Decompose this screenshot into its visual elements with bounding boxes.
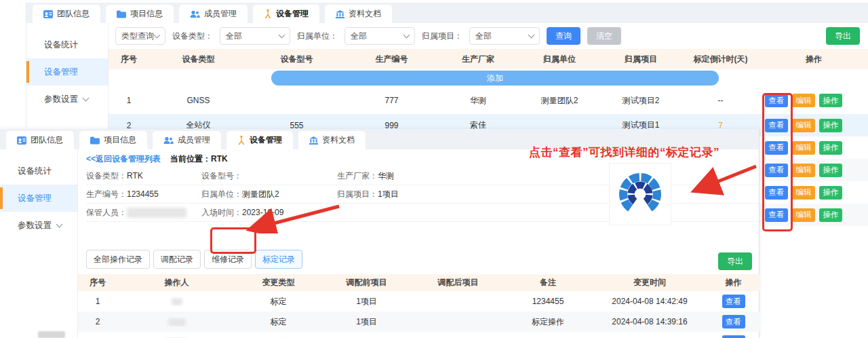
col-header: 备注: [504, 277, 592, 288]
docs-building-icon: [309, 136, 318, 145]
annotation-arrow-right: [685, 162, 763, 195]
edit-button[interactable]: 编辑: [792, 119, 815, 132]
cell-countdown: --: [682, 96, 760, 105]
record-row: 1 标定 1项目 1234455 2024-04-08 14:42:49 查看: [78, 291, 760, 312]
record-row: 3 标定 测试项目1 2024-03-29 17:45:03 查看: [78, 332, 760, 338]
col-header: 归属单位: [519, 54, 600, 65]
tab-project-info[interactable]: 项目信息: [105, 4, 174, 23]
operate-button[interactable]: 操作: [819, 94, 842, 107]
field-owner-unit: 归属单位：测量团队2: [201, 189, 337, 200]
cell-no: 1: [108, 96, 149, 105]
view-record-button[interactable]: 查看: [722, 335, 745, 338]
sidebar-item-device-stats[interactable]: 设备统计: [26, 31, 108, 58]
record-tabs: 全部操作记录 调配记录 维修记录 标定记录: [86, 250, 302, 269]
team-card-icon: [43, 10, 53, 18]
sidebar-item-device-management[interactable]: 设备管理: [0, 185, 77, 212]
tab-project-info[interactable]: 项目信息: [79, 130, 148, 149]
sidebar-item-parameter-settings[interactable]: 参数设置: [26, 86, 108, 113]
current-location-label: 当前位置：RTK: [170, 153, 228, 165]
search-button[interactable]: 查询: [547, 27, 580, 45]
view-record-button[interactable]: 查看: [722, 295, 745, 308]
tab-docs[interactable]: 资料文档: [324, 4, 393, 23]
members-icon: [190, 10, 200, 18]
record-row: 2 标定 1项目 标定操作 2024-04-08 14:39:16 查看: [78, 312, 760, 332]
arch-logo-icon: [615, 169, 665, 219]
col-header: 归属项目: [600, 54, 682, 65]
edit-button[interactable]: 编辑: [792, 186, 815, 200]
redacted-operator: [172, 298, 182, 305]
export-records-button[interactable]: 导出: [718, 252, 752, 270]
team-card-icon: [17, 136, 26, 145]
sidebar-item-label: 参数设置: [18, 220, 52, 231]
tab-label: 资料文档: [322, 134, 355, 146]
tab-calibration-records[interactable]: 标定记录: [255, 250, 302, 269]
col-header: 标定倒计时(天): [682, 54, 760, 65]
annotation-arrow-rectab: [241, 201, 346, 233]
tab-bar: 团队信息 项目信息 成员管理 设备管理 资料文档: [26, 3, 868, 23]
device-tripod-icon: [264, 10, 272, 18]
select-value: 全部: [226, 31, 242, 42]
tab-member-management[interactable]: 成员管理: [178, 4, 248, 23]
tab-device-management[interactable]: 设备管理: [252, 4, 320, 23]
operate-button[interactable]: 操作: [819, 141, 842, 155]
owner-unit-select[interactable]: 全部: [344, 27, 415, 45]
clear-button[interactable]: 清空: [587, 27, 621, 45]
filter-bar: 类型查询 设备类型： 全部 归属单位： 全部 归属项目： 全部 查询 清空 导出: [108, 23, 868, 49]
chevron-down-icon: [403, 32, 410, 39]
tab-member-management[interactable]: 成员管理: [152, 130, 222, 149]
tab-team-info[interactable]: 团队信息: [5, 130, 75, 149]
cell-unit: 测量团队2: [519, 95, 600, 107]
tab-team-info[interactable]: 团队信息: [32, 4, 101, 23]
tab-label: 设备管理: [276, 8, 309, 20]
col-header: 变更类型: [236, 277, 321, 288]
edit-button[interactable]: 编辑: [792, 164, 815, 177]
owner-project-label: 归属项目：: [422, 31, 462, 42]
field-device-type: 设备类型：RTK: [86, 170, 201, 182]
operate-button[interactable]: 操作: [819, 119, 842, 132]
view-record-button[interactable]: 查看: [722, 315, 745, 328]
sidebar-item-label: 设备管理: [18, 193, 52, 204]
tab-label: 团队信息: [31, 134, 63, 146]
export-button[interactable]: 导出: [826, 27, 860, 45]
edit-button[interactable]: 编辑: [792, 94, 815, 107]
sidebar-item-device-stats[interactable]: 设备统计: [0, 157, 77, 185]
owner-project-select[interactable]: 全部: [469, 27, 540, 45]
project-folder-icon: [117, 10, 126, 18]
edit-button[interactable]: 编辑: [792, 208, 815, 222]
operate-button[interactable]: 操作: [819, 186, 842, 200]
col-header: 调配前项目: [321, 277, 412, 288]
cell-serial: 777: [346, 96, 437, 105]
add-button[interactable]: 添加: [271, 71, 719, 86]
sidebar-item-parameter-settings[interactable]: 参数设置: [0, 212, 77, 239]
docs-building-icon: [336, 10, 344, 18]
record-table-header: 序号 操作人 变更类型 调配前项目 调配后项目 备注 变更时间 操作: [78, 274, 760, 291]
tab-label: 设备管理: [250, 134, 282, 146]
operate-button[interactable]: 操作: [819, 164, 842, 177]
sidebar: 设备统计 设备管理 参数设置: [0, 149, 78, 338]
chevron-down-icon: [279, 32, 285, 39]
tab-docs[interactable]: 资料文档: [298, 130, 366, 149]
device-type-select[interactable]: 全部: [220, 27, 290, 45]
members-icon: [163, 136, 174, 145]
edit-button[interactable]: 编辑: [792, 141, 815, 155]
field-device-model: 设备型号：: [201, 170, 337, 182]
sidebar-item-label: 设备管理: [44, 67, 78, 78]
col-header: 生产编号: [346, 54, 437, 65]
add-row: 添加: [108, 69, 868, 87]
operate-button[interactable]: 操作: [819, 208, 842, 222]
device-detail-window: 团队信息 项目信息 成员管理 设备管理 资料文档 设备统计 设备管理 参数设置 …: [0, 129, 760, 338]
device-tripod-icon: [237, 136, 245, 145]
col-header: 操作人: [117, 277, 236, 288]
tab-all-records[interactable]: 全部操作记录: [86, 250, 150, 269]
tab-allocation-records[interactable]: 调配记录: [153, 250, 201, 269]
project-folder-icon: [90, 136, 100, 145]
select-value: 全部: [351, 31, 367, 42]
col-header: 生产厂家: [437, 54, 519, 65]
col-header: 操作: [760, 54, 868, 65]
tab-label: 团队信息: [57, 8, 90, 20]
type-query-select[interactable]: 类型查询: [115, 27, 165, 45]
back-to-list-link[interactable]: <<返回设备管理列表: [86, 153, 161, 165]
sidebar-item-device-management[interactable]: 设备管理: [26, 58, 108, 86]
tab-device-management[interactable]: 设备管理: [226, 130, 294, 149]
chevron-down-icon: [83, 95, 90, 102]
